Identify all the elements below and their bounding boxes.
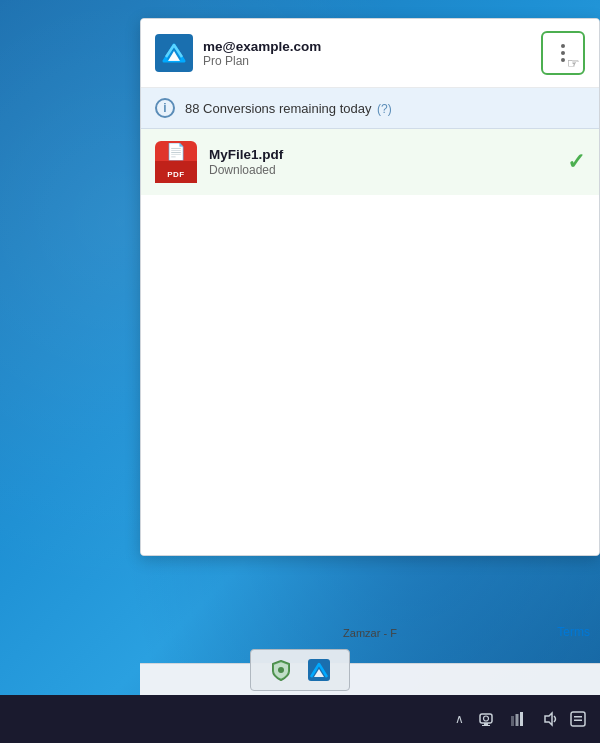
system-tray-popup	[250, 649, 350, 691]
svg-point-5	[484, 716, 489, 721]
svg-rect-8	[511, 716, 514, 726]
notification-area: ∧	[451, 706, 564, 732]
check-icon: ✓	[567, 149, 585, 175]
shield-svg	[270, 659, 292, 681]
header-text: me@example.com Pro Plan	[203, 39, 541, 68]
svg-rect-10	[520, 712, 523, 726]
file-name: MyFile1.pdf	[209, 147, 555, 162]
svg-rect-12	[571, 712, 585, 726]
svg-rect-7	[482, 725, 490, 726]
conversions-text: 88 Conversions remaining today (?)	[185, 101, 392, 116]
file-details: MyFile1.pdf Downloaded	[209, 147, 555, 177]
svg-rect-13	[574, 716, 582, 718]
pdf-label-bar: PDF	[155, 161, 197, 183]
more-options-button[interactable]: ☞	[541, 31, 585, 75]
cursor-hand-icon: ☞	[567, 55, 580, 71]
zamzar-logo-svg	[160, 39, 188, 67]
taskbar-webcam-icon[interactable]	[472, 706, 500, 732]
header-plan: Pro Plan	[203, 54, 541, 68]
chevron-icon[interactable]: ∧	[451, 708, 468, 730]
taskbar: ∧	[0, 695, 600, 743]
terms-link[interactable]: Terms	[557, 625, 590, 639]
svg-rect-9	[516, 714, 519, 726]
taskbar-action-center-icon[interactable]	[564, 706, 592, 732]
zamzar-app-label: Zamzar - F	[343, 627, 397, 639]
svg-rect-4	[480, 714, 492, 723]
file-status: Downloaded	[209, 163, 555, 177]
info-icon: i	[155, 98, 175, 118]
svg-rect-14	[574, 720, 582, 722]
zamzar-tray-svg	[308, 659, 330, 681]
conversions-label: Conversions remaining today	[203, 101, 371, 116]
tray-zamzar-icon[interactable]	[305, 656, 333, 684]
tray-shield-icon[interactable]	[267, 656, 295, 684]
zamzar-logo	[155, 34, 193, 72]
bottom-bar: Zamzar - F Terms	[140, 663, 600, 695]
panel-body	[141, 195, 599, 555]
file-pdf-icon: 📄 PDF	[155, 141, 197, 183]
svg-marker-11	[545, 713, 552, 725]
info-bar: i 88 Conversions remaining today (?)	[141, 88, 599, 129]
taskbar-network-icon[interactable]	[504, 706, 532, 732]
taskbar-volume-icon[interactable]	[536, 706, 564, 732]
header-email: me@example.com	[203, 39, 541, 54]
dot-3	[561, 58, 565, 62]
file-doc-symbol: 📄	[166, 142, 186, 161]
dot-2	[561, 51, 565, 55]
svg-point-2	[278, 667, 284, 673]
dot-1	[561, 44, 565, 48]
info-help-link[interactable]: (?)	[377, 102, 392, 116]
dots-icon	[561, 44, 565, 62]
pdf-label-text: PDF	[167, 170, 185, 179]
file-row: 📄 PDF MyFile1.pdf Downloaded ✓	[141, 129, 599, 195]
conversions-count: 88	[185, 101, 199, 116]
panel-header: me@example.com Pro Plan ☞	[141, 19, 599, 88]
svg-rect-6	[484, 723, 488, 725]
zamzar-popup-panel: me@example.com Pro Plan ☞ i 88 Conversio…	[140, 18, 600, 556]
